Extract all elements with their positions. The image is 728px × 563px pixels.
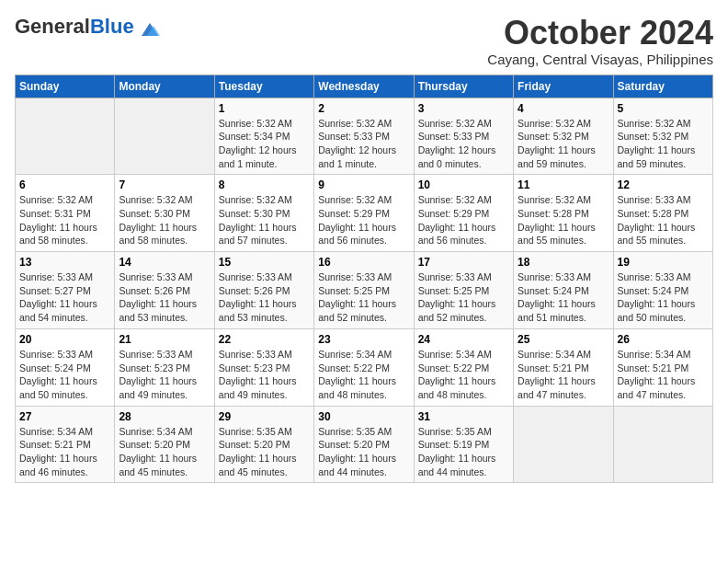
day-info: Sunrise: 5:34 AM Sunset: 5:22 PM Dayligh…: [418, 348, 509, 402]
sunrise-text: Sunrise: 5:32 AM: [19, 194, 93, 205]
day-number: 28: [119, 410, 210, 423]
day-number: 20: [19, 333, 110, 346]
sunset-text: Sunset: 5:30 PM: [219, 208, 290, 219]
weekday-header: Saturday: [613, 75, 712, 98]
sunrise-text: Sunrise: 5:33 AM: [418, 271, 492, 282]
calendar-cell: 25 Sunrise: 5:34 AM Sunset: 5:21 PM Dayl…: [514, 328, 613, 406]
day-info: Sunrise: 5:33 AM Sunset: 5:24 PM Dayligh…: [518, 270, 609, 325]
weekday-header: Friday: [514, 75, 613, 98]
sunrise-text: Sunrise: 5:34 AM: [318, 349, 392, 360]
sunrise-text: Sunrise: 5:35 AM: [318, 426, 392, 437]
daylight-text: Daylight: 11 hours and 50 minutes.: [19, 375, 97, 400]
day-number: 2: [318, 102, 409, 115]
daylight-text: Daylight: 11 hours and 46 minutes.: [19, 453, 97, 477]
calendar-cell: 30 Sunrise: 5:35 AM Sunset: 5:20 PM Dayl…: [314, 406, 414, 483]
sunrise-text: Sunrise: 5:34 AM: [618, 349, 691, 360]
daylight-text: Daylight: 11 hours and 48 minutes.: [418, 375, 496, 400]
sunrise-text: Sunrise: 5:33 AM: [119, 271, 192, 282]
daylight-text: Daylight: 11 hours and 51 minutes.: [518, 298, 596, 323]
sunrise-text: Sunrise: 5:33 AM: [518, 271, 591, 282]
daylight-text: Daylight: 12 hours and 1 minute.: [318, 144, 396, 169]
day-info: Sunrise: 5:32 AM Sunset: 5:33 PM Dayligh…: [318, 117, 409, 171]
calendar-cell: 9 Sunrise: 5:32 AM Sunset: 5:29 PM Dayli…: [314, 175, 414, 252]
sunset-text: Sunset: 5:24 PM: [19, 362, 91, 373]
daylight-text: Daylight: 11 hours and 57 minutes.: [219, 222, 297, 247]
day-info: Sunrise: 5:34 AM Sunset: 5:21 PM Dayligh…: [19, 425, 110, 479]
daylight-text: Daylight: 12 hours and 0 minutes.: [418, 144, 496, 169]
day-number: 8: [219, 178, 310, 191]
day-info: Sunrise: 5:35 AM Sunset: 5:20 PM Dayligh…: [219, 425, 310, 479]
calendar-cell: [613, 406, 712, 483]
calendar-cell: 20 Sunrise: 5:33 AM Sunset: 5:24 PM Dayl…: [16, 328, 115, 406]
day-number: 26: [618, 333, 709, 346]
calendar-cell: 19 Sunrise: 5:33 AM Sunset: 5:24 PM Dayl…: [613, 252, 712, 329]
day-number: 13: [19, 256, 110, 269]
sunrise-text: Sunrise: 5:33 AM: [618, 271, 691, 282]
sunset-text: Sunset: 5:34 PM: [219, 131, 290, 142]
sunset-text: Sunset: 5:22 PM: [318, 362, 390, 373]
calendar-table: SundayMondayTuesdayWednesdayThursdayFrid…: [15, 75, 713, 484]
sunset-text: Sunset: 5:26 PM: [219, 285, 290, 296]
sunrise-text: Sunrise: 5:35 AM: [418, 426, 492, 437]
sunset-text: Sunset: 5:21 PM: [618, 362, 689, 373]
calendar-cell: 27 Sunrise: 5:34 AM Sunset: 5:21 PM Dayl…: [16, 406, 115, 483]
daylight-text: Daylight: 11 hours and 53 minutes.: [219, 298, 297, 323]
sunset-text: Sunset: 5:20 PM: [318, 439, 390, 450]
sunset-text: Sunset: 5:23 PM: [219, 362, 290, 373]
sunrise-text: Sunrise: 5:33 AM: [219, 271, 292, 282]
sunrise-text: Sunrise: 5:32 AM: [219, 194, 292, 205]
daylight-text: Daylight: 11 hours and 56 minutes.: [318, 222, 396, 247]
daylight-text: Daylight: 11 hours and 58 minutes.: [119, 222, 197, 247]
sunrise-text: Sunrise: 5:33 AM: [318, 271, 392, 282]
sunset-text: Sunset: 5:31 PM: [19, 208, 91, 219]
daylight-text: Daylight: 11 hours and 48 minutes.: [318, 375, 396, 400]
sunset-text: Sunset: 5:26 PM: [119, 285, 190, 296]
sunrise-text: Sunrise: 5:33 AM: [19, 271, 93, 282]
sunrise-text: Sunrise: 5:32 AM: [119, 194, 192, 205]
calendar-cell: 1 Sunrise: 5:32 AM Sunset: 5:34 PM Dayli…: [214, 98, 313, 175]
weekday-header: Thursday: [414, 75, 513, 98]
day-number: 18: [518, 256, 609, 269]
daylight-text: Daylight: 11 hours and 55 minutes.: [518, 222, 596, 247]
logo-general: General: [15, 15, 90, 38]
day-number: 5: [618, 102, 709, 115]
sunrise-text: Sunrise: 5:35 AM: [219, 426, 292, 437]
location: Cayang, Central Visayas, Philippines: [487, 52, 713, 67]
sunrise-text: Sunrise: 5:32 AM: [318, 118, 392, 129]
day-info: Sunrise: 5:33 AM Sunset: 5:27 PM Dayligh…: [19, 270, 110, 325]
sunrise-text: Sunrise: 5:32 AM: [518, 118, 591, 129]
calendar-cell: 3 Sunrise: 5:32 AM Sunset: 5:33 PM Dayli…: [414, 98, 513, 175]
calendar-cell: 15 Sunrise: 5:33 AM Sunset: 5:26 PM Dayl…: [214, 252, 313, 329]
calendar-week-row: 6 Sunrise: 5:32 AM Sunset: 5:31 PM Dayli…: [16, 175, 713, 252]
calendar-cell: 7 Sunrise: 5:32 AM Sunset: 5:30 PM Dayli…: [115, 175, 214, 252]
day-info: Sunrise: 5:33 AM Sunset: 5:23 PM Dayligh…: [119, 348, 210, 402]
day-number: 12: [618, 178, 709, 191]
sunset-text: Sunset: 5:19 PM: [418, 439, 490, 450]
weekday-header: Monday: [115, 75, 214, 98]
calendar-cell: 21 Sunrise: 5:33 AM Sunset: 5:23 PM Dayl…: [115, 328, 214, 406]
daylight-text: Daylight: 11 hours and 58 minutes.: [19, 222, 97, 247]
day-info: Sunrise: 5:35 AM Sunset: 5:19 PM Dayligh…: [418, 425, 509, 479]
day-number: 21: [119, 333, 210, 346]
calendar-cell: 6 Sunrise: 5:32 AM Sunset: 5:31 PM Dayli…: [16, 175, 115, 252]
daylight-text: Daylight: 11 hours and 53 minutes.: [119, 298, 197, 323]
daylight-text: Daylight: 11 hours and 59 minutes.: [618, 144, 696, 169]
calendar-cell: 24 Sunrise: 5:34 AM Sunset: 5:22 PM Dayl…: [414, 328, 513, 406]
calendar-cell: 31 Sunrise: 5:35 AM Sunset: 5:19 PM Dayl…: [414, 406, 513, 483]
day-number: 24: [418, 333, 509, 346]
weekday-header-row: SundayMondayTuesdayWednesdayThursdayFrid…: [16, 75, 713, 98]
day-number: 19: [618, 256, 709, 269]
sunrise-text: Sunrise: 5:32 AM: [318, 194, 392, 205]
day-number: 17: [418, 256, 509, 269]
calendar-cell: 5 Sunrise: 5:32 AM Sunset: 5:32 PM Dayli…: [613, 98, 712, 175]
sunset-text: Sunset: 5:33 PM: [318, 131, 390, 142]
logo: GeneralBlue: [15, 15, 160, 39]
calendar-week-row: 20 Sunrise: 5:33 AM Sunset: 5:24 PM Dayl…: [16, 328, 713, 406]
month-title: October 2024: [487, 15, 713, 52]
calendar-cell: 12 Sunrise: 5:33 AM Sunset: 5:28 PM Dayl…: [613, 175, 712, 252]
sunset-text: Sunset: 5:28 PM: [518, 208, 589, 219]
sunrise-text: Sunrise: 5:33 AM: [219, 349, 292, 360]
daylight-text: Daylight: 11 hours and 55 minutes.: [618, 222, 696, 247]
sunrise-text: Sunrise: 5:32 AM: [219, 118, 292, 129]
sunrise-text: Sunrise: 5:34 AM: [418, 349, 492, 360]
